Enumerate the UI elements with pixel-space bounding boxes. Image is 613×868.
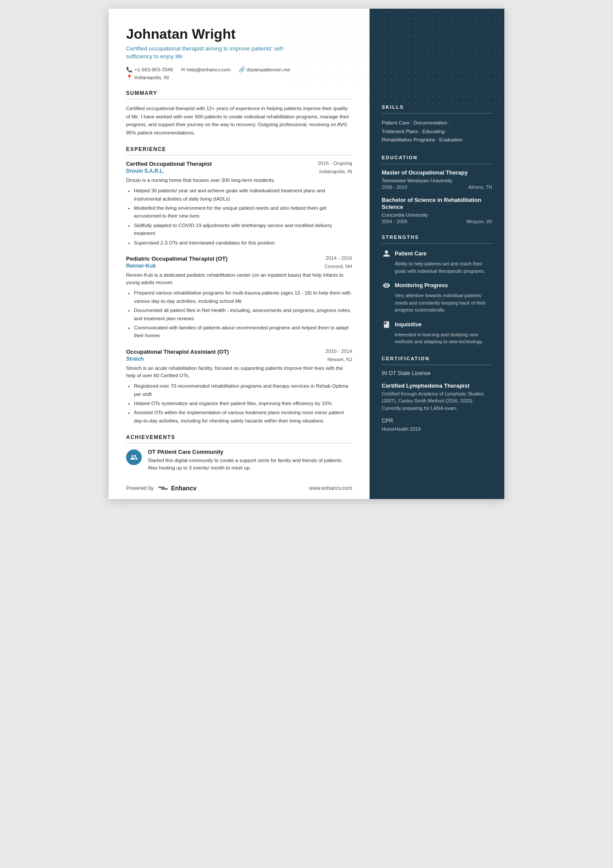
experience-section: EXPERIENCE Certfied Occupational Therapi… <box>126 146 352 425</box>
exp-company-row-2: Renner-Kub Concord, NH <box>126 263 352 270</box>
location-text: Indianapolis, IN <box>134 75 169 80</box>
edu-degree-2: Bachelor of Science in Rehabilitation Sc… <box>382 197 492 211</box>
bullet-item: Documented all patient files in Net Heal… <box>134 306 352 322</box>
summary-text: Certified occupational therapist with 12… <box>126 104 352 137</box>
strength-desc-2: Very attentive towards individual patien… <box>382 292 492 314</box>
email-icon: ✉ <box>181 67 185 73</box>
header-section: Johnatan Wright Certified occupational t… <box>126 26 352 80</box>
resume-wrapper: Johnatan Wright Certified occupational t… <box>109 9 504 499</box>
edu-entry-2: Bachelor of Science in Rehabilitation Sc… <box>382 197 492 225</box>
brand-name: Enhancv <box>171 485 196 492</box>
cert-desc-2: Certified through Academy of Lymphatic S… <box>382 390 492 412</box>
exp-location-2: Concord, NH <box>324 264 352 269</box>
left-column: Johnatan Wright Certified occupational t… <box>109 9 370 499</box>
strengths-section: STRENGTHS Patient Care Ability to help p… <box>382 235 492 345</box>
location-icon: 📍 <box>126 74 133 80</box>
phone-contact: 📞 +1-563-903-7049 <box>126 67 173 73</box>
achievements-title: ACHIEVEMENTS <box>126 434 352 440</box>
footer-website: www.enhancv.com <box>309 485 352 491</box>
strength-icon-inquisitive <box>382 320 391 329</box>
exp-title-1: Certfied Occupational Therapist <box>126 161 212 167</box>
bullet-item: Helped 30 patients/ year set and achieve… <box>134 187 352 203</box>
email-contact: ✉ help@enhancv.com <box>181 67 231 73</box>
bullet-item: Communicated with families of patients a… <box>134 324 352 340</box>
strength-desc-3: Interested in learning and studying new … <box>382 331 492 345</box>
strength-title-row-2: Monitoring Progress <box>382 281 492 290</box>
book-icon <box>383 321 390 328</box>
edu-school-1: Tennessee Wesleyan University <box>382 178 492 183</box>
edu-location-1: Athens, TN <box>468 184 492 190</box>
summary-title: SUMMARY <box>126 90 352 96</box>
edu-degree-1: Master of Occupational Therapy <box>382 169 492 177</box>
cert-desc-3: HonorHealth 2019 <box>382 426 492 433</box>
strength-desc-1: Ability to help patients set and reach t… <box>382 260 492 275</box>
exp-company-3: Streich <box>126 356 144 362</box>
strength-title-row-1: Patient Care <box>382 249 492 258</box>
skills-title: SKILLS <box>382 104 492 110</box>
strength-entry-2: Monitoring Progress Very attentive towar… <box>382 281 492 314</box>
exp-dates-3: 2010 - 2014 <box>326 349 352 354</box>
edu-dates-text-2: 2004 - 2008 <box>382 219 407 224</box>
exp-dates-1: 2016 - Ongoing <box>318 161 352 166</box>
achievement-icon-1 <box>126 449 142 465</box>
strength-entry-1: Patient Care Ability to help patients se… <box>382 249 492 275</box>
summary-section: SUMMARY Certified occupational therapist… <box>126 90 352 137</box>
cert-title-1: IN OT State License <box>382 370 492 376</box>
exp-entry-1: Certfied Occupational Therapist 2016 - O… <box>126 161 352 247</box>
enhancv-logo-icon <box>157 484 169 492</box>
exp-location-1: Indianapolis, IN <box>319 169 352 174</box>
bullet-item: Registered over 70 recommended rehabilit… <box>134 382 352 398</box>
achievement-title-1: OT PAtient Care Community <box>148 449 352 455</box>
exp-header-2: Pediatric Occupational Therapist (OT) 20… <box>126 255 352 262</box>
certification-section: CERTIFICATION IN OT State License Certif… <box>382 356 492 433</box>
footer-bar: Powered by Enhancv www.enhancv.com <box>109 477 370 499</box>
summary-divider <box>126 99 352 99</box>
strengths-divider <box>382 243 492 244</box>
skills-line-2: Tretament Plans · Educating · <box>382 127 492 136</box>
exp-entry-2: Pediatric Occupational Therapist (OT) 20… <box>126 255 352 340</box>
exp-header-3: Occupational Therapist Assistant (OT) 20… <box>126 349 352 355</box>
strength-icon-monitoring <box>382 281 391 290</box>
edu-location-2: Mequon, WI <box>466 219 492 224</box>
strengths-title: STRENGTHS <box>382 235 492 240</box>
cert-entry-3: CPR HonorHealth 2019 <box>382 418 492 433</box>
phone-text: +1-563-903-7049 <box>134 67 173 72</box>
exp-desc-1: Drouin is a nursing home that houses ove… <box>126 177 352 184</box>
strength-entry-3: Inquisitive Interested in learning and s… <box>382 320 492 345</box>
exp-desc-3: Streich is an acute rehabilitation facil… <box>126 365 352 380</box>
bullet-item: Assisted OTs within the implementation o… <box>134 409 352 425</box>
strength-title-3: Inquisitive <box>395 322 422 328</box>
cert-entry-1: IN OT State License <box>382 370 492 376</box>
edu-school-2: Concordia University <box>382 212 492 218</box>
bullet-item: Modieifed the living environment for the… <box>134 204 352 220</box>
cert-entry-2: Certified Lymphedema Therapist Certified… <box>382 382 492 412</box>
skills-text: Patient Care · Documentation · Tretament… <box>382 119 492 144</box>
achievement-desc-1: Started this digital community to create… <box>148 457 352 472</box>
skills-divider <box>382 113 492 114</box>
website-text: drpampatterson.me <box>247 67 290 72</box>
strength-title-row-3: Inquisitive <box>382 320 492 329</box>
strength-title-1: Patient Care <box>395 251 426 257</box>
eye-icon <box>383 282 390 289</box>
edu-dates-1: 2008 - 2010 Athens, TN <box>382 184 492 190</box>
certification-title: CERTIFICATION <box>382 356 492 361</box>
exp-title-2: Pediatric Occupational Therapist (OT) <box>126 255 227 262</box>
candidate-tagline: Certified occupational therapist aiming … <box>126 45 309 60</box>
right-column: SKILLS Patient Care · Documentation · Tr… <box>370 9 504 499</box>
bullet-item: Prepared various rehabilitative programs… <box>134 289 352 305</box>
cert-title-3: CPR <box>382 418 492 424</box>
exp-desc-2: Renner-Kub is a dedicated pediatric reha… <box>126 271 352 287</box>
education-divider <box>382 164 492 164</box>
bullet-item: Skillfully adapted to COVID-19 adjustmen… <box>134 221 352 238</box>
right-col-bg-pattern <box>370 9 504 104</box>
website-contact: 🔗 drpampatterson.me <box>239 67 290 73</box>
skills-line-3: Rehabilitation Programs · Evaluation <box>382 136 492 144</box>
email-text: help@enhancv.com <box>187 67 231 72</box>
achievements-section: ACHIEVEMENTS OT PAtient Care Community S… <box>126 434 352 472</box>
exp-company-row-3: Streich Newark, NJ <box>126 356 352 363</box>
location-row: 📍 Indianapolis, IN <box>126 74 352 80</box>
contact-row: 📞 +1-563-903-7049 ✉ help@enhancv.com 🔗 d… <box>126 67 352 73</box>
exp-header-1: Certfied Occupational Therapist 2016 - O… <box>126 161 352 167</box>
achievement-content-1: OT PAtient Care Community Started this d… <box>148 449 352 472</box>
exp-title-3: Occupational Therapist Assistant (OT) <box>126 349 229 355</box>
